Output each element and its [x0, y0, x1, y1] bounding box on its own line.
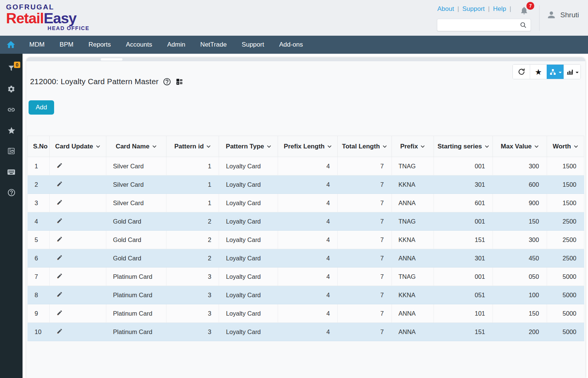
edit-row-button[interactable]	[56, 218, 63, 224]
sort-chevron-icon	[96, 145, 100, 148]
header-links: About|Support|Help|	[437, 5, 511, 13]
edit-row-button[interactable]	[56, 310, 63, 316]
table-row: 5Gold Card2Loyalty Card47KKNA1513002500	[28, 231, 584, 249]
links-button[interactable]	[7, 106, 15, 114]
cell-worth: 5000	[547, 286, 584, 304]
page-help-icon[interactable]	[163, 77, 171, 86]
cell-prefix-length: 4	[278, 249, 337, 268]
cell-card-update	[49, 304, 106, 323]
col-header-worth[interactable]: Worth	[547, 136, 584, 157]
table-row: 1Silver Card1Loyalty Card47TNAG001300150…	[28, 157, 584, 175]
cell-pattern-type: Loyalty Card	[219, 194, 278, 212]
filter-button[interactable]: 0	[7, 64, 15, 73]
cell-s-no: 7	[28, 268, 50, 286]
edit-row-button[interactable]	[56, 181, 63, 187]
user-avatar-icon	[546, 10, 556, 20]
edit-row-button[interactable]	[56, 273, 63, 279]
nav-item-accounts[interactable]: Accounts	[118, 36, 160, 54]
cell-card-name: Silver Card	[106, 175, 166, 194]
cell-worth: 5000	[547, 268, 584, 286]
cell-total-length: 7	[337, 323, 391, 341]
col-header-s-no: S.No	[28, 136, 50, 157]
nav-home-button[interactable]	[6, 40, 16, 50]
col-header-label: Card Update	[55, 143, 93, 150]
cell-card-update	[49, 249, 106, 268]
col-header-starting-series[interactable]: Starting series	[434, 136, 493, 157]
favorite-button[interactable]: ★	[530, 65, 547, 79]
app-header: GOFRUGAL RetailEasy HEAD OFFICE About|Su…	[0, 0, 588, 36]
help-button[interactable]	[7, 188, 16, 197]
cell-worth: 5000	[547, 304, 584, 323]
cell-max-value: 150	[493, 212, 547, 231]
cell-starting-series: 001	[434, 212, 493, 231]
side-rail: 0	[0, 54, 23, 378]
edit-row-button[interactable]	[56, 236, 63, 242]
nav-item-nettrade[interactable]: NetTrade	[193, 36, 234, 54]
cell-pattern-type: Loyalty Card	[219, 286, 278, 304]
edit-row-button[interactable]	[56, 291, 63, 298]
sort-chevron-icon	[327, 145, 332, 148]
col-header-label: Pattern Type	[226, 143, 264, 150]
cell-total-length: 7	[337, 212, 391, 231]
cell-pattern-type: Loyalty Card	[219, 157, 278, 175]
cell-max-value: 150	[493, 304, 547, 323]
cell-starting-series: 101	[434, 304, 493, 323]
cell-worth: 1500	[547, 157, 584, 175]
nav-item-support[interactable]: Support	[234, 36, 272, 54]
nav-item-admin[interactable]: Admin	[160, 36, 193, 54]
chart-view-button[interactable]	[564, 65, 580, 79]
cell-card-update	[49, 212, 106, 231]
link-separator: |	[457, 6, 459, 12]
nav-item-reports[interactable]: Reports	[81, 36, 118, 54]
support-link[interactable]: Support	[463, 5, 485, 13]
horizontal-scrollbar[interactable]	[26, 57, 585, 61]
logo-product-red: Retail	[6, 10, 44, 26]
search-box	[437, 19, 531, 31]
cell-pattern-type: Loyalty Card	[219, 268, 278, 286]
col-header-prefix[interactable]: Prefix	[391, 136, 434, 157]
cell-pattern-type: Loyalty Card	[219, 323, 278, 341]
scrollbar-thumb[interactable]	[101, 58, 122, 60]
col-header-label: Total Length	[342, 143, 380, 150]
nav-item-add-ons[interactable]: Add-ons	[272, 36, 310, 54]
about-link[interactable]: About	[437, 5, 454, 13]
col-header-label: Worth	[553, 143, 571, 150]
cell-starting-series: 151	[434, 323, 493, 341]
notification-bell[interactable]: 7	[520, 6, 529, 15]
favorites-button[interactable]	[7, 126, 16, 135]
user-menu[interactable]: Shruti	[546, 10, 579, 20]
col-header-card-update[interactable]: Card Update	[49, 136, 106, 157]
edit-row-button[interactable]	[56, 162, 63, 169]
col-header-pattern-type[interactable]: Pattern Type	[219, 136, 278, 157]
col-header-max-value[interactable]: Max Value	[493, 136, 547, 157]
cell-worth: 1500	[547, 175, 584, 194]
col-header-total-length[interactable]: Total Length	[337, 136, 391, 157]
cell-total-length: 7	[337, 286, 391, 304]
cell-pattern-type: Loyalty Card	[219, 249, 278, 268]
edit-row-button[interactable]	[56, 328, 63, 334]
col-header-card-name[interactable]: Card Name	[106, 136, 166, 157]
col-header-prefix-length[interactable]: Prefix Length	[278, 136, 337, 157]
col-header-pattern-id[interactable]: Pattern id	[166, 136, 219, 157]
nav-item-mdm[interactable]: MDM	[22, 36, 52, 54]
hierarchy-view-button[interactable]	[547, 65, 564, 79]
cell-card-name: Platinum Card	[106, 304, 166, 323]
shortcut-grid-icon[interactable]	[175, 78, 183, 86]
edit-row-button[interactable]	[56, 254, 63, 261]
cell-worth: 2500	[547, 231, 584, 249]
cell-max-value: 200	[493, 323, 547, 341]
sort-chevron-icon	[420, 145, 425, 148]
table-row: 3Silver Card1Loyalty Card47ANNA601900150…	[28, 194, 584, 212]
settings-button[interactable]	[7, 85, 15, 93]
edit-row-button[interactable]	[56, 199, 63, 206]
bar-chart-icon	[566, 68, 574, 76]
add-button[interactable]: Add	[29, 100, 54, 115]
window-refresh-button[interactable]	[7, 147, 15, 155]
refresh-button[interactable]	[513, 65, 530, 79]
keyboard-button[interactable]	[7, 168, 16, 176]
search-icon[interactable]	[520, 21, 527, 29]
search-input[interactable]	[441, 22, 520, 29]
keyboard-icon	[7, 168, 16, 177]
help-link[interactable]: Help	[493, 5, 506, 13]
nav-item-bpm[interactable]: BPM	[52, 36, 81, 54]
